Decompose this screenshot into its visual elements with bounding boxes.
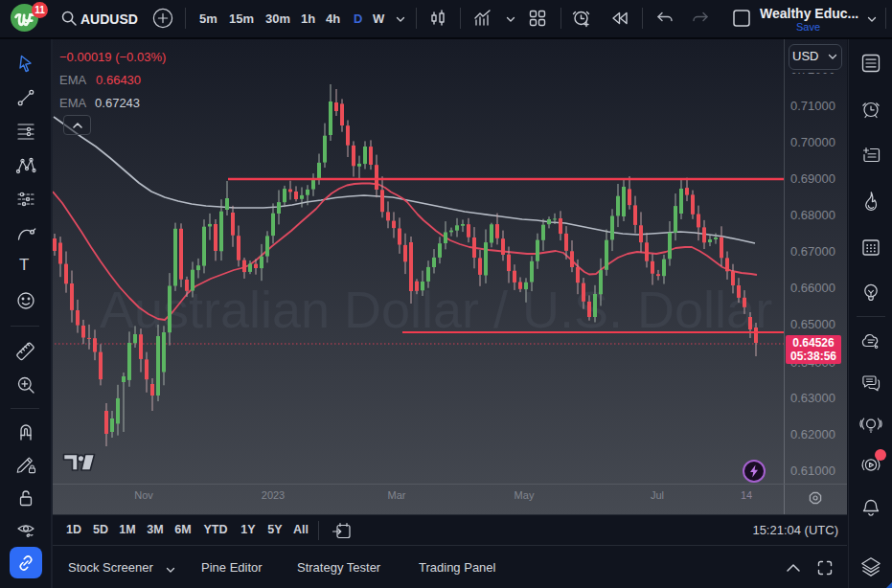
svg-text:Australian Dollar / U.S. Dolla: Australian Dollar / U.S. Dollar	[100, 281, 772, 338]
